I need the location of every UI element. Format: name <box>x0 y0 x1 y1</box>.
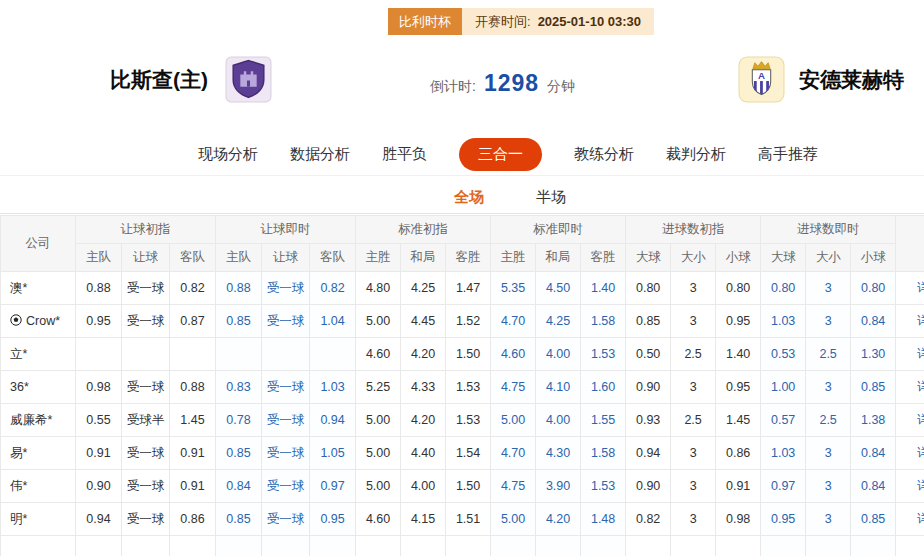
live-odds-cell: 0.83 <box>216 371 262 404</box>
live-odds-cell: 0.97 <box>761 470 806 503</box>
detail-link[interactable]: 详 <box>896 338 924 371</box>
initial-odds-cell: 1.52 <box>446 305 491 338</box>
live-odds-cell: 4.25 <box>536 305 581 338</box>
col-header: 大球 <box>761 244 806 272</box>
company-cell: 伟* <box>1 470 76 503</box>
initial-odds-cell: 5.00 <box>356 470 401 503</box>
col-header: 主胜 <box>491 244 536 272</box>
group-handicap-live: 让球即时 <box>216 216 356 244</box>
away-team-block: A 安德莱赫特 <box>738 56 904 103</box>
tab-coach-analysis[interactable]: 教练分析 <box>574 145 634 164</box>
col-header: 小球 <box>716 244 761 272</box>
live-odds-cell <box>262 338 310 371</box>
live-odds-cell: 0.84 <box>216 470 262 503</box>
live-odds-cell: 1.30 <box>851 338 896 371</box>
col-header: 客队 <box>170 244 216 272</box>
initial-odds-cell: 0.90 <box>626 371 671 404</box>
initial-odds-cell: 5.25 <box>356 371 401 404</box>
initial-odds-cell: 0.86 <box>716 437 761 470</box>
detail-link[interactable]: 详 <box>896 305 924 338</box>
tab-data-analysis[interactable]: 数据分析 <box>290 145 350 164</box>
live-odds-cell: 1.58 <box>581 437 626 470</box>
detail-link[interactable]: 详 <box>896 470 924 503</box>
initial-odds-cell: 0.86 <box>170 503 216 536</box>
live-odds-cell: 1.00 <box>761 371 806 404</box>
company-cell <box>1 536 76 556</box>
initial-odds-cell: 0.91 <box>76 437 122 470</box>
detail-link[interactable]: 详 <box>896 272 924 305</box>
live-odds-cell: 3 <box>806 437 851 470</box>
col-header: 客胜 <box>446 244 491 272</box>
live-odds-cell: 0.80 <box>851 272 896 305</box>
live-odds-cell: 受一球 <box>262 404 310 437</box>
detail-link[interactable]: 详 <box>896 503 924 536</box>
initial-odds-cell: 0.80 <box>626 272 671 305</box>
group-standard-live: 标准即时 <box>491 216 626 244</box>
live-odds-cell: 0.80 <box>761 272 806 305</box>
live-odds-cell <box>581 536 626 556</box>
match-info-strip: 比利时杯 开赛时间: 2025-01-10 03:30 <box>388 8 654 35</box>
live-odds-cell: 0.84 <box>851 305 896 338</box>
initial-odds-cell: 2.5 <box>671 338 716 371</box>
tab-referee-analysis[interactable]: 裁判分析 <box>666 145 726 164</box>
initial-odds-cell: 5.00 <box>356 437 401 470</box>
initial-odds-cell: 0.90 <box>76 470 122 503</box>
live-odds-cell: 0.95 <box>761 503 806 536</box>
home-team-block: 比斯查(主) <box>0 56 272 103</box>
live-odds-cell: 1.53 <box>581 338 626 371</box>
live-odds-cell: 3.90 <box>536 470 581 503</box>
subtab-half-match[interactable]: 半场 <box>534 181 568 218</box>
subtab-full-match[interactable]: 全场 <box>452 181 486 218</box>
tab-three-in-one[interactable]: 三合一 <box>459 138 542 171</box>
live-odds-cell: 0.78 <box>216 404 262 437</box>
detail-link[interactable]: 详 <box>896 437 924 470</box>
period-sub-tabs: 全场 半场 <box>0 177 924 214</box>
live-odds-cell: 3 <box>806 272 851 305</box>
live-odds-cell: 2.5 <box>806 338 851 371</box>
detail-link[interactable]: 详 <box>896 404 924 437</box>
initial-odds-cell: 受一球 <box>122 437 170 470</box>
initial-odds-cell: 0.80 <box>716 272 761 305</box>
live-odds-cell: 4.75 <box>491 371 536 404</box>
initial-odds-cell: 4.33 <box>401 371 446 404</box>
initial-odds-cell: 0.93 <box>626 404 671 437</box>
live-odds-cell: 0.85 <box>216 437 262 470</box>
initial-odds-cell: 0.50 <box>626 338 671 371</box>
live-odds-cell: 1.40 <box>581 272 626 305</box>
live-odds-cell: 5.35 <box>491 272 536 305</box>
odds-row: Crow*0.95受一球0.870.85受一球1.045.004.451.524… <box>1 305 924 338</box>
table-group-header-row: 公司 让球初指 让球即时 标准初指 标准即时 进球数初指 进球数即时 <box>1 216 924 244</box>
col-header: 主队 <box>216 244 262 272</box>
initial-odds-cell: 3 <box>671 272 716 305</box>
live-odds-cell: 1.03 <box>761 305 806 338</box>
initial-odds-cell: 3 <box>671 470 716 503</box>
live-odds-cell: 1.60 <box>581 371 626 404</box>
initial-odds-cell: 0.55 <box>76 404 122 437</box>
live-odds-cell: 0.88 <box>216 272 262 305</box>
initial-odds-cell: 1.45 <box>170 404 216 437</box>
initial-odds-cell: 1.45 <box>716 404 761 437</box>
live-odds-cell: 1.53 <box>581 470 626 503</box>
initial-odds-cell <box>356 536 401 556</box>
initial-odds-cell: 3 <box>671 305 716 338</box>
detail-link[interactable]: 详 <box>896 371 924 404</box>
live-odds-cell: 4.10 <box>536 371 581 404</box>
live-odds-cell <box>216 338 262 371</box>
countdown-value: 1298 <box>484 70 539 97</box>
away-team-name: 安德莱赫特 <box>799 66 904 94</box>
initial-odds-cell: 0.82 <box>626 503 671 536</box>
initial-odds-cell: 0.87 <box>170 305 216 338</box>
initial-odds-cell: 4.60 <box>356 338 401 371</box>
initial-odds-cell: 4.40 <box>401 437 446 470</box>
tab-expert-picks[interactable]: 高手推荐 <box>758 145 818 164</box>
live-odds-cell: 0.97 <box>310 470 356 503</box>
live-odds-cell: 5.00 <box>491 503 536 536</box>
initial-odds-cell: 4.00 <box>401 470 446 503</box>
tab-live-analysis[interactable]: 现场分析 <box>198 145 258 164</box>
initial-odds-cell: 受一球 <box>122 305 170 338</box>
col-header: 客胜 <box>581 244 626 272</box>
tab-win-draw-lose[interactable]: 胜平负 <box>382 145 427 164</box>
live-odds-cell: 4.20 <box>536 503 581 536</box>
company-cell: Crow* <box>1 305 76 338</box>
col-header: 主队 <box>76 244 122 272</box>
